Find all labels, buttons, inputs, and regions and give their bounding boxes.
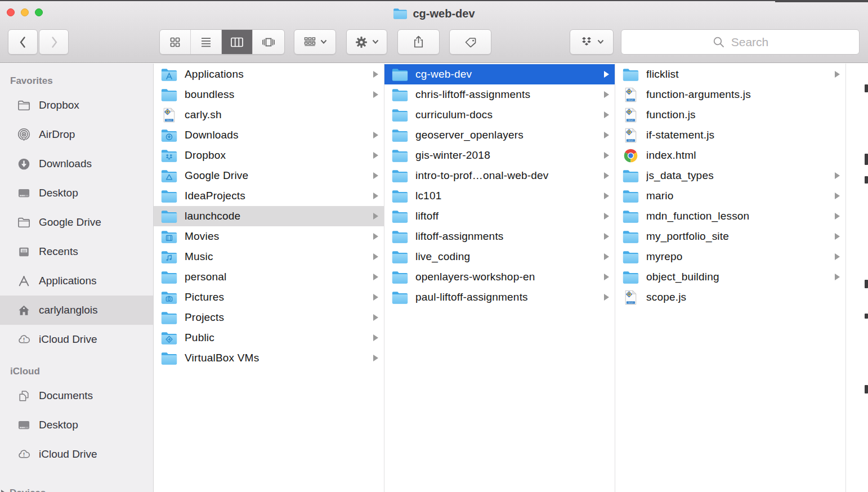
file-row[interactable]: Projects bbox=[154, 307, 384, 328]
sidebar-folder-icon bbox=[17, 216, 31, 230]
sidebar-item-label: Dropbox bbox=[39, 99, 79, 111]
file-row[interactable]: scope.js bbox=[615, 287, 845, 307]
file-name: personal bbox=[185, 271, 366, 283]
file-row[interactable]: VirtualBox VMs bbox=[154, 348, 384, 368]
list-view-button[interactable] bbox=[191, 30, 222, 54]
file-row[interactable]: personal bbox=[154, 267, 384, 287]
sidebar-documents-icon bbox=[17, 389, 31, 403]
file-row[interactable]: Pictures bbox=[154, 287, 384, 307]
file-row[interactable]: intro-to-prof…onal-web-dev bbox=[384, 166, 615, 186]
file-row[interactable]: js_data_types bbox=[615, 166, 845, 186]
folder-icon bbox=[623, 209, 639, 224]
folder-icon bbox=[392, 128, 408, 143]
sidebar-item-label: Applications bbox=[39, 275, 96, 287]
file-row[interactable]: my_portfolio_site bbox=[615, 226, 845, 247]
sidebar-item[interactable]: Documents bbox=[0, 381, 153, 410]
file-name: lc101 bbox=[415, 190, 597, 202]
file-row[interactable]: openlayers-workshop-en bbox=[384, 267, 615, 287]
disclosure-arrow-icon bbox=[604, 111, 609, 118]
dropbox-button[interactable] bbox=[570, 29, 614, 55]
script-file-icon bbox=[623, 87, 639, 102]
action-button[interactable] bbox=[346, 29, 387, 55]
sidebar-item[interactable]: Desktop bbox=[0, 178, 153, 208]
folder-music-icon bbox=[161, 249, 177, 265]
folder-icon bbox=[623, 229, 639, 244]
file-row[interactable]: function.js bbox=[615, 105, 845, 125]
file-row[interactable]: mario bbox=[615, 186, 845, 206]
file-row[interactable]: cg-web-dev bbox=[384, 64, 615, 84]
zoom-button[interactable] bbox=[35, 8, 43, 16]
file-name: myrepo bbox=[646, 251, 827, 263]
file-row[interactable]: mdn_function_lesson bbox=[615, 206, 845, 226]
file-row[interactable]: launchcode bbox=[154, 206, 384, 226]
file-row[interactable]: Applications bbox=[154, 64, 384, 84]
back-button[interactable] bbox=[8, 29, 38, 55]
tag-button[interactable] bbox=[449, 29, 491, 55]
file-row[interactable]: Dropbox bbox=[154, 145, 384, 166]
folder-icon bbox=[392, 67, 408, 82]
arrange-button[interactable] bbox=[294, 29, 336, 55]
file-row[interactable]: IdeaProjects bbox=[154, 186, 384, 206]
folder-icon bbox=[392, 229, 408, 244]
chrome-html-icon bbox=[623, 148, 639, 163]
file-row[interactable]: myrepo bbox=[615, 247, 845, 267]
file-row[interactable]: lc101 bbox=[384, 186, 615, 206]
file-name: Public bbox=[185, 332, 366, 344]
sidebar-section-header: Devices bbox=[10, 487, 46, 492]
sidebar-section-header: Favorites bbox=[10, 73, 153, 90]
file-row[interactable]: live_coding bbox=[384, 247, 615, 267]
sidebar-item-label: Desktop bbox=[39, 187, 78, 199]
file-row[interactable]: carly.sh bbox=[154, 105, 384, 125]
file-row[interactable]: index.html bbox=[615, 145, 845, 166]
file-row[interactable]: curriculum-docs bbox=[384, 105, 615, 125]
sidebar-item[interactable]: Desktop bbox=[0, 410, 153, 440]
close-button[interactable] bbox=[7, 8, 15, 16]
disclosure-arrow-icon bbox=[835, 193, 840, 199]
sidebar-item[interactable]: Dropbox bbox=[0, 91, 153, 120]
window-header: cg-web-dev bbox=[0, 0, 868, 63]
folder-icon bbox=[392, 189, 408, 204]
file-row[interactable]: paul-liftoff-assignments bbox=[384, 287, 615, 307]
disclosure-arrow-icon bbox=[604, 233, 609, 240]
chevron-down-icon bbox=[597, 39, 604, 44]
sidebar-item[interactable]: carlylanglois bbox=[0, 296, 153, 325]
file-row[interactable]: chris-liftoff-assignments bbox=[384, 84, 615, 105]
sidebar-item[interactable]: Downloads bbox=[0, 149, 153, 178]
sidebar-item[interactable]: AirDrop bbox=[0, 120, 153, 149]
sidebar-item[interactable]: Applications bbox=[0, 266, 153, 296]
sidebar-item[interactable]: iCloud Drive bbox=[0, 440, 153, 469]
file-row[interactable]: if-statement.js bbox=[615, 125, 845, 145]
file-row[interactable]: Music bbox=[154, 247, 384, 267]
file-row[interactable]: liftoff-assignments bbox=[384, 226, 615, 247]
file-row[interactable]: geoserver_openlayers bbox=[384, 125, 615, 145]
disclosure-arrow-icon bbox=[373, 132, 378, 138]
file-row[interactable]: Downloads bbox=[154, 125, 384, 145]
file-row[interactable]: object_building bbox=[615, 267, 845, 287]
sidebar-item[interactable]: iCloud Drive bbox=[0, 325, 153, 354]
sidebar-item[interactable]: Google Drive bbox=[0, 208, 153, 237]
file-row[interactable]: boundless bbox=[154, 84, 384, 105]
file-row[interactable]: flicklist bbox=[615, 64, 845, 84]
folder-icon bbox=[623, 270, 639, 285]
file-row[interactable]: liftoff bbox=[384, 206, 615, 226]
forward-button[interactable] bbox=[39, 29, 69, 55]
file-row[interactable]: gis-winter-2018 bbox=[384, 145, 615, 166]
sidebar-section-devices[interactable]: Devices bbox=[1, 487, 46, 492]
window-content: Favorites Dropbox AirDrop Dow bbox=[0, 64, 868, 492]
share-button[interactable] bbox=[397, 29, 440, 55]
file-row[interactable]: Google Drive bbox=[154, 166, 384, 186]
icon-view-button[interactable] bbox=[160, 30, 191, 54]
finder-column-4-empty bbox=[846, 64, 868, 492]
search-input[interactable]: Search bbox=[621, 29, 860, 55]
search-icon bbox=[712, 35, 726, 49]
minimize-button[interactable] bbox=[21, 8, 29, 16]
file-row[interactable]: Movies bbox=[154, 226, 384, 247]
cover-flow-view-button[interactable] bbox=[253, 30, 284, 54]
file-row[interactable]: function-arguments.js bbox=[615, 84, 845, 105]
sidebar-item-label: iCloud Drive bbox=[39, 333, 97, 346]
column-view-button[interactable] bbox=[222, 30, 253, 54]
file-row[interactable]: Public bbox=[154, 328, 384, 348]
sidebar-item[interactable]: Recents bbox=[0, 237, 153, 266]
file-name: mdn_function_lesson bbox=[646, 210, 827, 222]
title-bar[interactable]: cg-web-dev bbox=[0, 1, 868, 26]
